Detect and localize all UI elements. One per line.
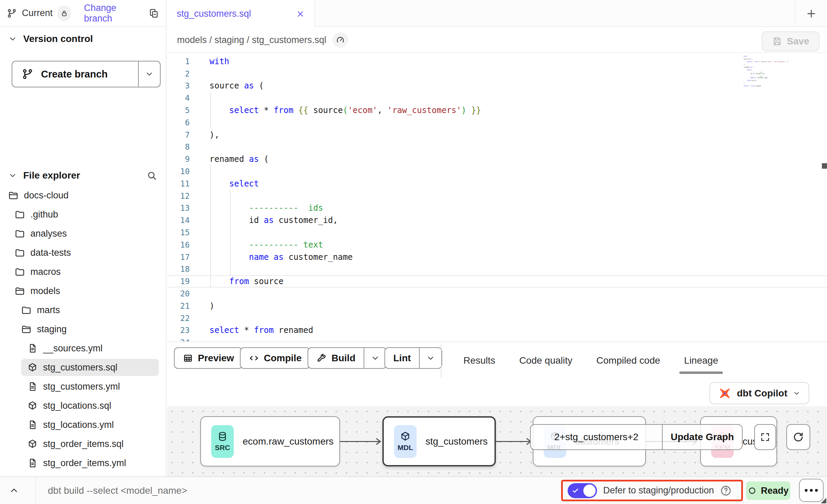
create-branch-button[interactable]: Create branch xyxy=(12,61,161,87)
code-line[interactable]: 19 from source xyxy=(167,275,827,288)
refresh-icon xyxy=(792,431,804,443)
lineage-node-ecom-raw-customers[interactable]: SRCecom.raw_customers xyxy=(200,416,340,466)
build-main[interactable]: Build xyxy=(308,348,364,368)
file-icon xyxy=(27,343,38,353)
resize-corner[interactable] xyxy=(821,498,826,503)
tab-code-quality[interactable]: Code quality xyxy=(519,342,572,379)
code-line[interactable]: 1with xyxy=(167,55,827,68)
file-explorer-title: File explorer xyxy=(23,170,80,181)
code-line[interactable]: 24 xyxy=(167,336,827,341)
preview-main[interactable]: Preview xyxy=(175,348,242,368)
code-line[interactable]: 11 select xyxy=(167,178,827,190)
code-line[interactable]: 12 xyxy=(167,190,827,202)
search-icon[interactable] xyxy=(147,170,157,181)
file-explorer-header[interactable]: File explorer xyxy=(0,170,166,181)
file-item-stg-order-items-sql[interactable]: stg_order_items.sql xyxy=(0,434,166,453)
compile-button[interactable]: Compile xyxy=(240,347,310,369)
lint-button[interactable]: Lint xyxy=(384,347,442,369)
code-line[interactable]: 14 id as customer_id, xyxy=(167,214,827,226)
new-tab-button[interactable] xyxy=(795,0,827,27)
create-branch-main[interactable]: Create branch xyxy=(12,61,139,87)
code-line[interactable]: 3source as ( xyxy=(167,80,827,92)
file-item-models[interactable]: models xyxy=(0,281,166,300)
file-item--sources-yml[interactable]: __sources.yml xyxy=(0,339,166,358)
copy-icon[interactable] xyxy=(149,8,159,18)
file-item-stg-locations-yml[interactable]: stg_locations.yml xyxy=(0,415,166,434)
dbt-copilot-button[interactable]: dbt Copilot xyxy=(709,382,809,404)
tab-stg-customers-sql[interactable]: stg_customers.sql xyxy=(167,0,315,28)
refresh-button[interactable] xyxy=(786,424,810,450)
model-health-chip[interactable] xyxy=(333,32,348,48)
line-number: 20 xyxy=(167,289,200,298)
code-line[interactable]: 4 xyxy=(167,92,827,104)
code-line[interactable]: 23select * from renamed xyxy=(167,324,827,337)
node-type-badge: SRC xyxy=(211,425,234,458)
code-line[interactable]: 15 xyxy=(167,226,827,239)
file-item--github[interactable]: .github xyxy=(0,205,166,224)
file-item-data-tests[interactable]: data-tests xyxy=(0,243,166,262)
change-branch-link[interactable]: Change branch xyxy=(84,3,138,24)
indent-guide xyxy=(210,190,211,202)
code-line[interactable]: 7), xyxy=(167,129,827,141)
build-button[interactable]: Build xyxy=(308,347,387,369)
line-number: 1 xyxy=(167,57,200,66)
file-item-staging[interactable]: staging xyxy=(0,320,166,339)
more-options-button[interactable] xyxy=(799,479,824,502)
version-control-header[interactable]: Version control xyxy=(0,33,166,44)
code-lines: 1with23source as (45 select * from {{ so… xyxy=(167,55,827,341)
chevron-down-icon xyxy=(8,171,17,180)
indent-guide xyxy=(210,239,211,251)
file-item-docs-cloud[interactable]: docs-cloud xyxy=(0,186,166,205)
tab-lineage[interactable]: Lineage xyxy=(684,342,718,379)
check-icon xyxy=(572,487,579,494)
node-badge-label: MDL xyxy=(397,444,413,452)
tab-compiled-code[interactable]: Compiled code xyxy=(596,342,660,379)
fullscreen-button[interactable] xyxy=(754,424,776,450)
create-branch-caret[interactable] xyxy=(139,61,160,87)
file-item-label: staging xyxy=(37,324,67,335)
code-line[interactable]: 10 xyxy=(167,165,827,178)
file-item-stg-order-items-yml[interactable]: stg_order_items.yml xyxy=(0,453,166,473)
tab-strip: stg_customers.sql xyxy=(167,0,827,27)
file-item-marts[interactable]: marts xyxy=(0,300,166,320)
lint-dropdown[interactable] xyxy=(419,348,442,368)
code-line[interactable]: 17 name as customer_name xyxy=(167,251,827,263)
bottom-toolbar: Preview Compile Build Lint xyxy=(167,341,827,379)
file-item-stg-locations-sql[interactable]: stg_locations.sql xyxy=(0,396,166,415)
code-line[interactable]: 5 select * from {{ source('ecom', 'raw_c… xyxy=(167,104,827,116)
graph-selector-input[interactable]: 2+stg_customers+2 xyxy=(531,425,663,449)
code-line[interactable]: 2 xyxy=(167,68,827,80)
file-item-stg-customers-sql[interactable]: stg_customers.sql xyxy=(0,358,166,377)
file-item-label: stg_order_items.yml xyxy=(43,458,126,468)
code-line[interactable]: 18 xyxy=(167,263,827,276)
code-line[interactable]: 22 xyxy=(167,312,827,324)
compile-main[interactable]: Compile xyxy=(241,348,310,368)
code-line[interactable]: 9renamed as ( xyxy=(167,153,827,165)
code-line[interactable]: 21) xyxy=(167,300,827,312)
file-item-label: docs-cloud xyxy=(24,190,69,201)
update-graph-button[interactable]: Update Graph xyxy=(663,425,742,449)
file-item-analyses[interactable]: analyses xyxy=(0,224,166,243)
file-item-stg-customers-yml[interactable]: stg_customers.yml xyxy=(0,377,166,396)
code-line[interactable]: 6 xyxy=(167,116,827,129)
defer-toggle[interactable] xyxy=(568,483,597,498)
help-icon[interactable] xyxy=(720,485,732,496)
preview-button[interactable]: Preview xyxy=(174,347,243,369)
code-line[interactable]: 20 xyxy=(167,288,827,300)
lineage-node-stg-customers[interactable]: MDLstg_customers xyxy=(382,416,496,466)
indent-guide xyxy=(230,263,231,276)
code-editor[interactable]: 1with23source as (45 select * from {{ so… xyxy=(167,54,827,341)
save-button[interactable]: Save xyxy=(762,31,819,51)
code-line[interactable]: 16 ---------- text xyxy=(167,239,827,251)
lint-main[interactable]: Lint xyxy=(385,348,419,368)
close-icon[interactable] xyxy=(296,10,305,18)
chevron-up-icon[interactable] xyxy=(9,485,19,495)
editor-scrollbar-thumb[interactable] xyxy=(822,163,827,169)
code-line[interactable]: 8 xyxy=(167,141,827,153)
file-item-macros[interactable]: macros xyxy=(0,262,166,281)
tab-results[interactable]: Results xyxy=(463,342,495,379)
command-input[interactable]: dbt build --select <model_name> xyxy=(48,485,187,496)
lineage-canvas[interactable]: SRCecom.raw_customersMDLstg_customersMDL… xyxy=(167,406,827,476)
code-line[interactable]: 13 ---------- ids xyxy=(167,202,827,214)
build-dropdown[interactable] xyxy=(364,348,386,368)
